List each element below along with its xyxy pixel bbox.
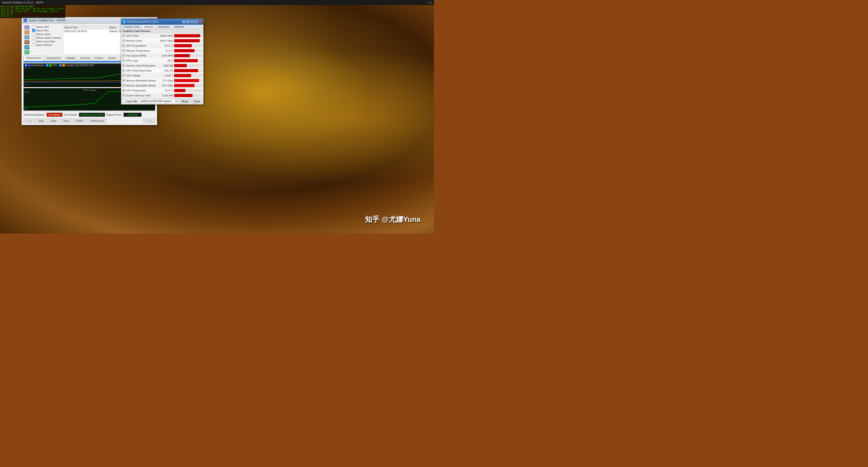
sensor-sys-mem-bar-container	[174, 94, 203, 97]
elapsed-value: 00:02:19	[123, 113, 142, 117]
memory-icon	[24, 40, 29, 45]
sensor-mem-temp: ▼ Memory Temperature 72.0 °C	[121, 48, 203, 53]
furmark-log: Burn-in: 46, 58=34+44,101 MB42 Burn-in: …	[0, 5, 65, 18]
device-select[interactable]: Intel(R) Arc(TM) A580 Graphics	[138, 99, 178, 104]
start-button[interactable]: Start	[24, 119, 35, 123]
stop-button[interactable]: Stop	[35, 119, 46, 123]
sensor-mem-temp-dropdown[interactable]: ▼	[122, 49, 125, 52]
sensor-power-draw-value: 134.2 W	[158, 69, 174, 72]
sensor-cpu-temp-dropdown[interactable]: ▼	[122, 89, 125, 92]
sensor-memory-clock-value: 2000.0 MHz	[158, 39, 174, 42]
stress-cache-label: Stress cache	[36, 33, 51, 35]
tab-powers[interactable]: Powers	[92, 56, 105, 60]
sensor-gpu-voltage-value: 0.905 V	[158, 74, 174, 77]
aida64-bottom-bar: Remaining Battery: No battery Test Start…	[24, 112, 155, 118]
sensor-gpu-temp-dropdown[interactable]: ▼	[122, 44, 125, 47]
sensor-sys-mem-dropdown[interactable]: ▼	[122, 94, 125, 97]
stress-options: Stress CPU Stress FPU Stress cache Stres…	[32, 25, 61, 54]
sensor-mem-bw-read-bar-container	[174, 79, 203, 82]
stress-sysmem-checkbox[interactable]	[32, 36, 35, 39]
stress-gpu-checkbox[interactable]	[32, 43, 35, 47]
stress-fpu-item: Stress FPU	[32, 29, 61, 32]
sensor-gpu-clock-label: GPU Clock	[126, 34, 138, 37]
sensor-mem-used-dropdown[interactable]: ▼	[122, 64, 125, 67]
furmark-log-line3: Burn-in: 48, Clocks: 82 °C - GPU chip po…	[1, 10, 64, 13]
gpuz-tab-advanced[interactable]: Advanced	[156, 25, 172, 29]
preferences-button[interactable]: Preferences	[87, 119, 106, 123]
chart-y-bottom: 0 °C	[24, 84, 28, 86]
sensor-mem-bw-write-bar-container	[174, 84, 203, 87]
sensor-mem-bw-write-dropdown[interactable]: ▼	[122, 84, 125, 87]
gpuz-extra-btn1[interactable]: ⊞	[182, 20, 186, 23]
gpuz-tab-validation[interactable]: Validation	[172, 25, 187, 29]
stress-cpu-label: Stress CPU	[36, 26, 49, 28]
gpuz-maximize-button[interactable]: □	[194, 20, 198, 23]
tab-voltages[interactable]: Voltages	[63, 56, 78, 60]
sensor-power-draw-dropdown[interactable]: ▼	[122, 69, 125, 72]
legend-motherboard-color	[28, 64, 31, 66]
log-to-file-checkbox[interactable]	[123, 100, 126, 103]
sensor-sys-mem-label: System Memory Used	[126, 94, 151, 97]
stress-disk-label: Stress local disks	[36, 40, 55, 43]
sensor-memory-clock-dropdown[interactable]: ▼	[122, 39, 125, 42]
stress-gpu-label: Stress GPU(s)	[36, 44, 52, 47]
sensor-fan-speed-dropdown[interactable]: ▼	[122, 54, 125, 57]
stress-cpu-checkbox[interactable]	[32, 25, 35, 28]
gpuz-tab-sensors[interactable]: Sensors	[142, 25, 156, 29]
gpuz-close-button2[interactable]: Close	[191, 99, 202, 104]
clear-button[interactable]: Clear	[48, 119, 59, 123]
gpuz-tab-graphics-card[interactable]: Graphics Card	[121, 25, 142, 29]
sensor-fan-speed: ▼ Fan Speed (RPM) 1546 RPM	[121, 53, 203, 58]
close-button[interactable]: Close	[143, 119, 155, 123]
legend-ssd-label: Predator SSD GM7000 4TB	[66, 64, 94, 66]
chart-y-top: 100 °C	[24, 67, 31, 69]
tab-temperatures[interactable]: Temperatures	[24, 56, 44, 60]
sensor-mem-bw-read-dropdown[interactable]: ▼	[122, 79, 125, 82]
cpu-chart-title: CPU Usage	[83, 89, 96, 91]
sensor-memory-clock-label: Memory Clock	[126, 39, 142, 42]
sensor-mem-bw-read-bar	[174, 79, 199, 82]
tab-cooling-fans[interactable]: Cooling Fans	[44, 56, 63, 60]
sensor-gpu-voltage-dropdown[interactable]: ▼	[122, 74, 125, 77]
legend-cpu-color	[49, 64, 52, 66]
sensor-fan-speed-bar-container	[174, 54, 203, 57]
sensor-gpu-clock-dropdown[interactable]: ▼	[122, 34, 125, 37]
sensor-cpu-temp-value: 75.9 °C	[158, 89, 174, 92]
furmark-log-fps: FPS: 38.7	[1, 15, 64, 18]
stress-cache-checkbox[interactable]	[32, 33, 35, 35]
gpuz-minimize-button[interactable]: –	[190, 20, 194, 23]
legend-motherboard-checkbox[interactable]	[25, 64, 27, 66]
sensor-sys-mem: ▼ System Memory Used 12102 MB	[121, 93, 203, 98]
legend-cpu-checkbox[interactable]	[46, 64, 49, 66]
stress-disk-item: Stress local disks	[32, 40, 61, 43]
gpuz-close-button[interactable]: ×	[198, 20, 202, 23]
legend-ssd-checkbox[interactable]	[59, 64, 62, 66]
sensor-cpu-temp-bar-container	[174, 89, 203, 92]
sensor-mem-bw-write-bar	[174, 84, 194, 87]
disk-icon	[24, 45, 29, 49]
sensor-gpu-clock-value: 1950.0 MHz	[158, 34, 174, 37]
stress-sysmem-item: Stress system memory	[32, 36, 61, 39]
sensor-power-draw-bar-container	[174, 69, 203, 72]
sensor-gpu-temp: ▼ GPU Temperature 62.0 °C	[121, 43, 203, 48]
gpuz-extra-btn2[interactable]: ⚙	[186, 20, 190, 23]
furmark-log-line4: Burn-in: 49	[1, 13, 64, 15]
stress-disk-checkbox[interactable]	[32, 40, 35, 43]
gpuz-reset-button[interactable]: Reset	[180, 99, 190, 104]
sensor-memory-clock: ▼ Memory Clock 2000.0 MHz	[121, 38, 203, 43]
stress-gpu-item: Stress GPU(s)	[32, 43, 61, 47]
sensor-gpu-load-dropdown[interactable]: ▼	[122, 59, 125, 62]
sensor-gpu-voltage: ▼ GPU Voltage 0.905 V	[121, 73, 203, 78]
sensor-memory-clock-bar-container	[174, 39, 203, 42]
stress-fpu-checkbox[interactable]	[32, 29, 35, 32]
tab-currents[interactable]: Currents	[78, 56, 92, 60]
sensor-fan-speed-value: 1546 RPM	[158, 54, 174, 57]
legend-motherboard: Motherboard	[25, 64, 44, 66]
gpuz-icon	[123, 20, 126, 23]
legend-motherboard-label: Motherboard	[31, 64, 44, 66]
save-button[interactable]: Save	[60, 119, 72, 123]
sensor-mem-used-bar-container	[174, 64, 203, 67]
tab-clocks[interactable]: Clocks	[105, 56, 118, 60]
stress-sysmem-label: Stress system memory	[36, 36, 61, 39]
cpuid-button[interactable]: CPUID	[72, 119, 86, 123]
